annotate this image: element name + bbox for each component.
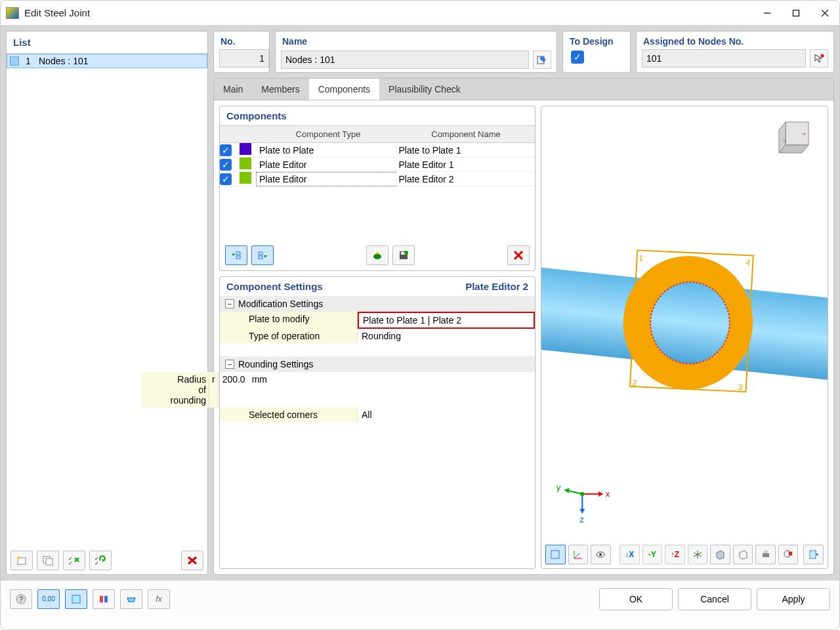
svg-marker-16	[815, 54, 822, 62]
tab-components[interactable]: Components	[309, 79, 379, 100]
svg-point-29	[404, 251, 408, 255]
row-checkbox[interactable]: ✓	[220, 159, 232, 171]
assigned-card: Assigned to Nodes No. 101	[636, 31, 834, 73]
prop-plate-to-modify[interactable]: Plate to modify Plate to Plate 1 | Plate…	[220, 312, 535, 329]
new-item-button[interactable]	[10, 551, 33, 570]
svg-line-60	[574, 553, 579, 558]
svg-rect-1	[793, 10, 799, 16]
view-z-button[interactable]: ↑Z	[665, 545, 685, 564]
3d-viewer[interactable]: -y -x 1 4 3 2	[541, 106, 828, 569]
layers-button[interactable]	[93, 589, 115, 609]
svg-marker-21	[232, 253, 235, 255]
prop-radius[interactable]: Radius of rounding r 200.0 mm	[220, 372, 270, 408]
svg-marker-24	[264, 255, 267, 258]
app-icon	[6, 7, 19, 19]
minimize-button[interactable]	[753, 1, 782, 25]
svg-text:?: ?	[19, 595, 23, 603]
units-button[interactable]: 0,00	[37, 589, 60, 609]
check-green-button[interactable]: ✓✓	[63, 551, 85, 570]
list-header: List	[7, 32, 207, 54]
table-row[interactable]: ✓ Plate to Plate Plate to Plate 1	[220, 143, 535, 158]
svg-rect-78	[100, 596, 103, 602]
view-tool-1[interactable]	[545, 545, 566, 564]
list-item[interactable]: 1 Nodes : 101	[7, 54, 207, 68]
check-cycle-button[interactable]: ✓✓	[89, 551, 112, 570]
delete-item-button[interactable]	[181, 551, 203, 570]
todesign-checkbox[interactable]: ✓	[571, 51, 584, 64]
list-item-color-icon	[10, 56, 19, 66]
close-button[interactable]	[810, 1, 839, 25]
name-field[interactable]: Nodes : 101	[281, 51, 529, 69]
components-table-header: Component Type Component Name	[220, 125, 535, 143]
edit-name-button[interactable]	[533, 51, 551, 69]
maximize-button[interactable]	[782, 1, 810, 25]
settings-subtitle: Plate Editor 2	[465, 281, 528, 292]
fx-button[interactable]: fx	[148, 589, 170, 609]
view-iso-button[interactable]	[688, 545, 708, 564]
view-wire-button[interactable]	[733, 545, 753, 564]
pick-nodes-button[interactable]	[810, 49, 828, 68]
list-body: 1 Nodes : 101	[7, 54, 207, 547]
list-panel: List 1 Nodes : 101 ✓✓ ✓✓	[6, 31, 208, 575]
components-toolbar	[220, 240, 535, 270]
import-button[interactable]	[366, 245, 388, 265]
table-row[interactable]: ✓ Plate Editor Plate Editor 2	[220, 172, 535, 186]
copy-item-button[interactable]	[37, 551, 59, 570]
list-item-num: 1	[26, 56, 39, 66]
svg-text:1: 1	[638, 253, 643, 263]
prop-corners[interactable]: Selected corners All	[220, 408, 535, 422]
group-modification: − Modification Settings	[220, 296, 535, 312]
help-button[interactable]: ?	[10, 589, 32, 609]
view-tool-axes[interactable]	[568, 545, 589, 564]
print-button[interactable]	[755, 545, 776, 564]
prop-type-of-operation[interactable]: Type of operation Rounding	[220, 329, 535, 343]
apply-button[interactable]: Apply	[757, 588, 830, 610]
view-solid-button[interactable]	[710, 545, 730, 564]
cancel-button[interactable]: Cancel	[678, 588, 751, 610]
view-tool-eye[interactable]	[591, 545, 611, 564]
svg-rect-7	[46, 558, 52, 565]
svg-marker-80	[127, 598, 135, 602]
delete-component-button[interactable]	[507, 245, 530, 265]
todesign-card: To Design ✓	[562, 31, 631, 73]
view-x-button[interactable]: ↓X	[620, 545, 640, 564]
color-button[interactable]	[65, 589, 87, 609]
svg-text:-x: -x	[801, 131, 806, 136]
todesign-label: To Design	[568, 34, 625, 49]
no-field[interactable]: 1	[219, 49, 269, 68]
settings-panel: Component Settings Plate Editor 2 − Modi…	[219, 276, 536, 569]
svg-marker-74	[816, 553, 819, 556]
tab-bar: Main Members Components Plausibility Che…	[214, 79, 833, 100]
svg-marker-26	[375, 251, 380, 254]
collapse-icon[interactable]: −	[225, 360, 234, 369]
footer-bar: ? 0,00 fx OK Cancel Apply	[1, 580, 839, 617]
move-down-button[interactable]	[251, 245, 274, 265]
row-color-icon	[240, 158, 251, 169]
assigned-label: Assigned to Nodes No.	[642, 34, 828, 49]
tab-plausibility[interactable]: Plausibility Check	[379, 79, 470, 100]
view-y-button[interactable]: -Y	[642, 545, 663, 564]
view-delete-button[interactable]	[778, 545, 799, 564]
row-checkbox[interactable]: ✓	[220, 144, 232, 156]
no-label: No.	[219, 34, 264, 49]
tab-main[interactable]: Main	[214, 79, 252, 100]
move-up-button[interactable]	[225, 245, 247, 265]
table-row[interactable]: ✓ Plate Editor Plate Editor 1	[220, 158, 535, 172]
tab-members[interactable]: Members	[252, 79, 308, 100]
row-color-icon	[240, 172, 251, 184]
list-item-label: Nodes : 101	[39, 56, 89, 66]
view-expand-button[interactable]	[803, 545, 824, 564]
svg-point-56	[580, 492, 584, 496]
row-checkbox[interactable]: ✓	[220, 173, 232, 185]
save-button[interactable]	[392, 245, 415, 265]
components-header: Components	[220, 106, 535, 125]
display-button[interactable]	[120, 589, 142, 609]
orientation-cube-icon[interactable]: -y -x	[772, 116, 818, 161]
svg-marker-67	[740, 551, 747, 559]
collapse-icon[interactable]: −	[225, 299, 234, 308]
svg-rect-69	[764, 551, 768, 553]
title-bar: Edit Steel Joint	[1, 1, 839, 26]
svg-marker-66	[717, 551, 724, 559]
assigned-field[interactable]: 101	[642, 49, 806, 68]
ok-button[interactable]: OK	[599, 588, 673, 610]
